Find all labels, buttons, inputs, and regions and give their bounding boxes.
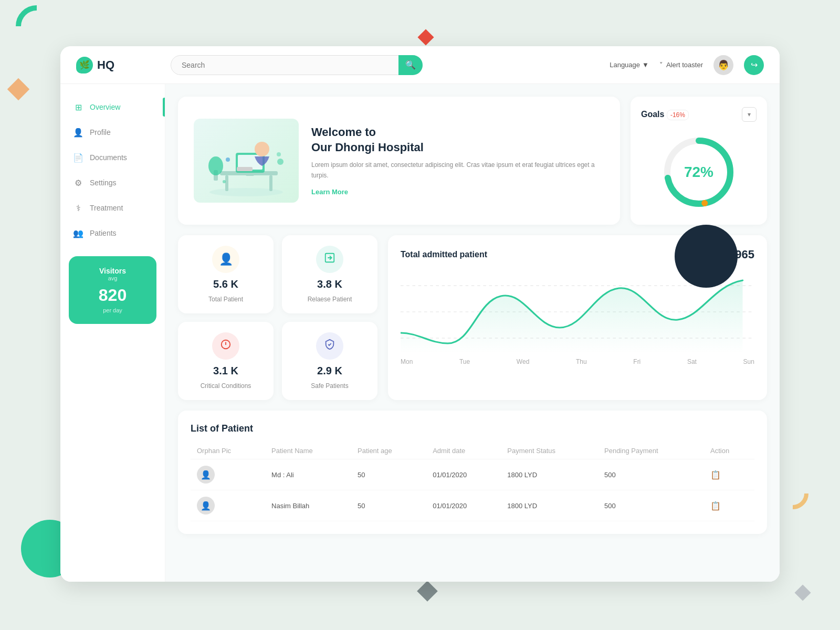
chart-day-thu: Thu	[576, 358, 587, 365]
welcome-description: Lorem ipsum dolor sit amet, consectetur …	[311, 160, 604, 180]
release-patient-value: 3.8 K	[317, 278, 342, 290]
sidebar-item-settings[interactable]: ⚙ Settings	[60, 170, 165, 195]
safe-label: Safe Patients	[311, 382, 348, 390]
language-button[interactable]: Language ▼	[610, 61, 649, 69]
patient-action-2[interactable]: 📋	[704, 490, 754, 521]
welcome-illustration	[194, 119, 299, 203]
welcome-text: Welcome toOur Dhongi Hospital Lorem ipsu…	[311, 125, 604, 196]
dark-circle-decoration	[675, 225, 738, 288]
bg-decoration-diamond-bottom	[417, 581, 438, 602]
patient-avatar-1: 👤	[197, 466, 215, 484]
goals-title-area: Goals -16%	[641, 110, 689, 119]
search-button[interactable]: 🔍	[398, 55, 423, 75]
sidebar-item-overview-label: Overview	[90, 103, 120, 111]
svg-rect-3	[269, 175, 272, 191]
settings-icon: ⚙	[73, 177, 83, 188]
patient-admit-1: 01/01/2020	[426, 459, 501, 490]
sidebar-item-documents-label: Documents	[90, 153, 127, 162]
total-patient-value: 5.6 K	[213, 278, 238, 290]
patient-pending-1: 500	[598, 459, 704, 490]
search-area: 🔍	[171, 55, 423, 75]
patient-payment-status-1: 1800 LYD	[501, 459, 598, 490]
content-area: ⊞ Overview 👤 Profile 📄 Documents ⚙ Setti…	[60, 84, 780, 582]
safe-icon	[324, 339, 335, 353]
donut-chart: 72%	[657, 130, 741, 214]
goals-badge: -16%	[667, 110, 689, 120]
patient-name-1: Md : Ali	[265, 459, 351, 490]
learn-more-link[interactable]: Learn More	[311, 188, 348, 196]
stat-card-critical: 3.1 K Critical Conditions	[178, 322, 274, 400]
safe-value: 2.9 K	[317, 365, 342, 377]
col-pending-payment: Pending Payment	[598, 443, 704, 459]
critical-icon	[220, 339, 232, 353]
svg-rect-7	[237, 167, 253, 171]
chart-day-tue: Tue	[459, 358, 470, 365]
chart-day-mon: Mon	[401, 358, 413, 365]
patient-table: Orphan Pic Patient Name Patient age Admi…	[191, 443, 754, 521]
search-input[interactable]	[171, 55, 423, 75]
action-icon-2[interactable]: 📋	[710, 501, 721, 510]
release-patient-icon-wrap	[316, 246, 343, 273]
main-container: 🌿 HQ 🔍 Language ▼ ˅ Alert toaster 👨 ↪	[60, 46, 780, 582]
bg-decoration-diamond-br	[794, 584, 811, 601]
treatment-icon: ⚕	[73, 203, 83, 213]
goals-chevron-button[interactable]: ▾	[742, 107, 757, 122]
svg-point-12	[277, 159, 284, 165]
visitor-card-number: 820	[77, 286, 148, 305]
header: 🌿 HQ 🔍 Language ▼ ˅ Alert toaster 👨 ↪	[60, 46, 780, 84]
release-patient-icon	[324, 252, 335, 267]
stat-card-total-patient: 👤 5.6 K Total Patient	[178, 235, 274, 313]
svg-point-10	[208, 156, 223, 175]
patient-avatar-cell: 👤	[191, 459, 265, 490]
patient-payment-status-2: 1800 LYD	[501, 490, 598, 521]
welcome-title: Welcome toOur Dhongi Hospital	[311, 125, 604, 155]
sidebar-item-profile[interactable]: 👤 Profile	[60, 120, 165, 145]
sidebar-item-profile-label: Profile	[90, 128, 111, 136]
user-avatar[interactable]: 👨	[713, 55, 733, 75]
sidebar-item-treatment[interactable]: ⚕ Treatment	[60, 195, 165, 220]
donut-label: 72%	[684, 164, 713, 181]
language-chevron-icon: ▼	[642, 61, 649, 69]
sidebar-item-treatment-label: Treatment	[90, 204, 123, 212]
total-patient-icon-wrap: 👤	[212, 246, 239, 273]
patient-table-body: 👤 Md : Ali 50 01/01/2020 1800 LYD 500 📋	[191, 459, 754, 521]
stat-card-safe: 2.9 K Safe Patients	[282, 322, 377, 400]
logout-button[interactable]: ↪	[744, 55, 764, 75]
goals-title: Goals	[641, 110, 664, 119]
sidebar-item-documents[interactable]: 📄 Documents	[60, 145, 165, 170]
documents-icon: 📄	[73, 152, 83, 163]
search-input-wrap: 🔍	[171, 55, 423, 75]
action-icon-1[interactable]: 📋	[710, 470, 721, 479]
chart-day-wed: Wed	[517, 358, 529, 365]
language-label: Language	[610, 61, 640, 69]
logo-icon: 🌿	[76, 57, 93, 74]
patient-pending-2: 500	[598, 490, 704, 521]
table-row: 👤 Md : Ali 50 01/01/2020 1800 LYD 500 📋	[191, 459, 754, 490]
col-admit-date: Admit date	[426, 443, 501, 459]
sidebar-item-patients-label: Patients	[90, 229, 117, 237]
alert-toaster[interactable]: ˅ Alert toaster	[659, 61, 703, 69]
patient-list-title: List of Patient	[191, 423, 754, 434]
goals-header: Goals -16% ▾	[641, 107, 757, 122]
stat-card-release-patient: 3.8 K Relaese Patient	[282, 235, 377, 313]
sidebar-item-settings-label: Settings	[90, 178, 117, 187]
table-row: 👤 Nasim Billah 50 01/01/2020 1800 LYD 50…	[191, 490, 754, 521]
visitor-card-label: Visitors	[77, 267, 148, 275]
sidebar-item-overview[interactable]: ⊞ Overview	[60, 94, 165, 120]
chart-title: Total admitted patient	[401, 250, 487, 259]
patients-icon: 👥	[73, 228, 83, 238]
visitor-card-sublabel: avg	[77, 275, 148, 281]
safe-icon-wrap	[316, 332, 343, 360]
goals-card: Goals -16% ▾	[631, 97, 767, 225]
bg-decoration-diamond-top	[417, 29, 434, 45]
release-patient-label: Relaese Patient	[308, 296, 352, 303]
col-patient-name: Patient Name	[265, 443, 351, 459]
header-right: Language ▼ ˅ Alert toaster 👨 ↪	[610, 55, 764, 75]
critical-value: 3.1 K	[213, 365, 238, 377]
sidebar-item-patients[interactable]: 👥 Patients	[60, 220, 165, 246]
patient-avatar-2: 👤	[197, 497, 215, 514]
bg-decoration-arc-right	[777, 478, 808, 509]
patient-action-1[interactable]: 📋	[704, 459, 754, 490]
patient-name-2: Nasim Billah	[265, 490, 351, 521]
top-row: Welcome toOur Dhongi Hospital Lorem ipsu…	[178, 97, 767, 225]
